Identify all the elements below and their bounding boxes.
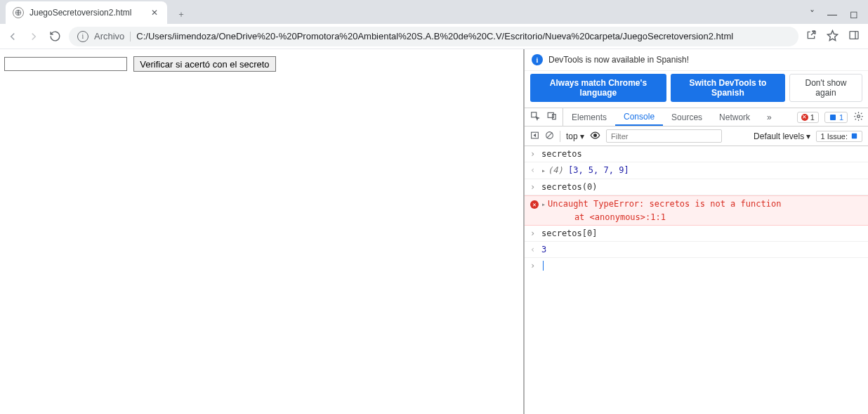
- sidebar-icon[interactable]: [848, 30, 860, 43]
- console-toolbar: top ▾ Default levels ▾ 1 Issue:: [525, 127, 868, 146]
- svg-point-6: [857, 115, 860, 117]
- tab-network[interactable]: Network: [711, 108, 758, 126]
- forward-button[interactable]: [27, 30, 41, 44]
- error-icon: ✕: [530, 200, 539, 209]
- expand-icon[interactable]: [541, 198, 546, 211]
- sidebar-toggle-icon[interactable]: [530, 131, 539, 142]
- devtools-tab-bar: Elements Console Sources Network » ✕1 1: [525, 108, 868, 127]
- back-button[interactable]: [6, 30, 20, 44]
- error-count-badge[interactable]: ✕1: [797, 112, 819, 123]
- expand-icon[interactable]: [541, 164, 546, 177]
- tab-elements[interactable]: Elements: [563, 108, 615, 126]
- tab-sources[interactable]: Sources: [663, 108, 711, 126]
- chevron-down-icon[interactable]: ˅: [810, 8, 815, 20]
- tab-title: JuegoSecretoversion2.html: [29, 8, 143, 18]
- live-expression-icon[interactable]: [590, 130, 600, 143]
- console-output[interactable]: secretos (4) [3, 5, 7, 9] secretos(0) ✕U…: [525, 146, 868, 414]
- console-input-line: secretos: [541, 148, 862, 160]
- match-language-button[interactable]: Always match Chrome's language: [530, 74, 666, 102]
- page-content: Verificar si acertó con el secreto: [0, 49, 525, 414]
- window-controls: ˅ ― ◻: [810, 8, 868, 24]
- minimize-icon[interactable]: ―: [827, 8, 837, 20]
- console-input-line: secretos(0): [541, 181, 862, 193]
- svg-rect-10: [852, 134, 857, 138]
- tab-strip: JuegoSecretoversion2.html ✕ ＋ ˅ ― ◻: [0, 0, 868, 24]
- share-icon[interactable]: [805, 30, 817, 43]
- info-icon[interactable]: i: [77, 31, 88, 42]
- separator: [130, 32, 131, 41]
- close-icon[interactable]: ✕: [149, 7, 160, 18]
- browser-toolbar: i Archivo C:/Users/iimendoza/OneDrive%20…: [0, 24, 868, 49]
- globe-icon: [13, 7, 24, 18]
- maximize-icon[interactable]: ◻: [850, 8, 858, 20]
- browser-tab[interactable]: JuegoSecretoversion2.html ✕: [6, 1, 167, 24]
- url-scheme-label: Archivo: [94, 31, 124, 41]
- console-error-line: Uncaught TypeError: secretos is not a fu…: [541, 198, 862, 224]
- svg-rect-1: [850, 32, 858, 39]
- issue-count-badge[interactable]: 1: [824, 112, 848, 123]
- device-toggle-icon[interactable]: [547, 111, 557, 123]
- log-levels-selector[interactable]: Default levels ▾: [754, 131, 810, 141]
- svg-point-9: [594, 134, 597, 136]
- new-tab-button[interactable]: ＋: [171, 4, 191, 24]
- svg-rect-5: [830, 115, 836, 120]
- star-icon[interactable]: [827, 30, 839, 44]
- verify-button[interactable]: Verificar si acertó con el secreto: [133, 56, 275, 72]
- context-selector[interactable]: top ▾: [566, 131, 584, 141]
- dont-show-button[interactable]: Don't show again: [789, 74, 862, 102]
- filter-input[interactable]: [606, 129, 722, 143]
- console-output-line: 3: [541, 243, 862, 256]
- gear-icon[interactable]: [853, 111, 864, 124]
- url-text: C:/Users/iimendoza/OneDrive%20-%20Promot…: [136, 31, 733, 41]
- address-bar[interactable]: i Archivo C:/Users/iimendoza/OneDrive%20…: [69, 27, 798, 46]
- console-output-line: (4) [3, 5, 7, 9]: [541, 164, 862, 177]
- devtools-panel: i DevTools is now available in Spanish! …: [525, 49, 868, 414]
- console-prompt[interactable]: [541, 259, 862, 272]
- guess-input[interactable]: [4, 57, 127, 71]
- info-icon: i: [532, 54, 543, 65]
- issues-badge[interactable]: 1 Issue:: [816, 131, 862, 142]
- reload-button[interactable]: [48, 30, 62, 44]
- switch-language-button[interactable]: Switch DevTools to Spanish: [671, 74, 785, 102]
- banner-text: DevTools is now available in Spanish!: [548, 55, 689, 65]
- devtools-language-banner: i DevTools is now available in Spanish!: [525, 49, 868, 71]
- tab-console[interactable]: Console: [615, 108, 663, 126]
- console-input-line: secretos[0]: [541, 227, 862, 240]
- tab-overflow[interactable]: »: [758, 108, 780, 126]
- inspect-icon[interactable]: [530, 111, 540, 123]
- clear-console-icon[interactable]: [545, 131, 554, 142]
